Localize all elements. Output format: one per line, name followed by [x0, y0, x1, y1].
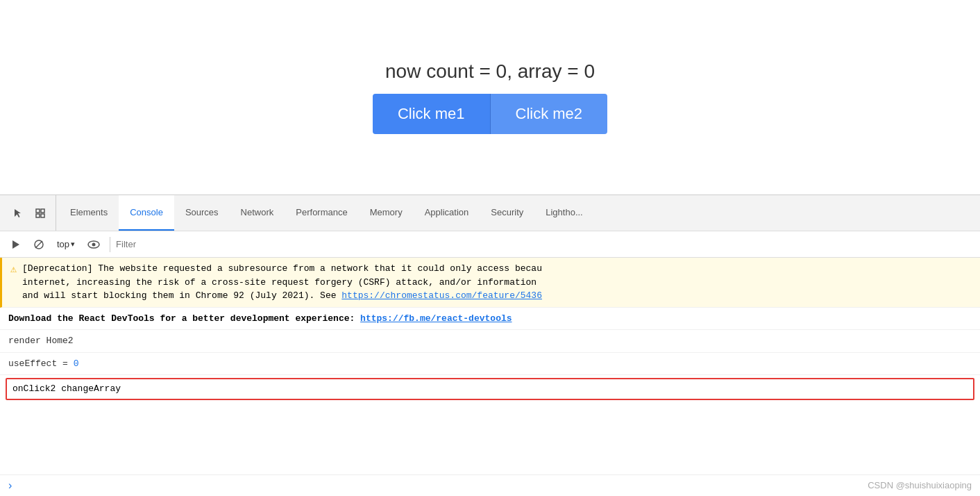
tab-security[interactable]: Security [480, 195, 534, 231]
count-display: now count = 0, array = 0 [385, 60, 595, 83]
react-devtools-link[interactable]: https://fb.me/react-devtools [360, 313, 512, 324]
watermark: CSDN @shuishuixiaoping [868, 480, 972, 490]
console-toolbar: top ▾ [0, 231, 980, 258]
use-effect-entry: useEffect = 0 [0, 353, 980, 376]
devtools-panel: Elements Console Sources Network Perform… [0, 195, 980, 496]
filter-input[interactable] [116, 239, 255, 249]
onclick2-change-array-entry: onClick2 changeArray [6, 378, 974, 400]
tab-elements[interactable]: Elements [59, 195, 119, 231]
tab-application[interactable]: Application [414, 195, 480, 231]
inspect-icon-button[interactable] [31, 204, 50, 223]
top-label: top [57, 239, 69, 249]
svg-line-6 [35, 241, 42, 248]
svg-marker-4 [12, 240, 19, 249]
deprecation-link[interactable]: https://chromestatus.com/feature/5436 [341, 290, 542, 301]
tab-sources[interactable]: Sources [174, 195, 230, 231]
tab-network[interactable]: Network [230, 195, 285, 231]
console-play-button[interactable] [6, 236, 25, 253]
tab-performance[interactable]: Performance [285, 195, 358, 231]
render-home2-entry: render Home2 [0, 330, 980, 353]
devtools-tab-bar: Elements Console Sources Network Perform… [0, 195, 980, 231]
react-devtools-text: Download the React DevTools for a better… [8, 312, 972, 326]
eye-icon-button[interactable] [83, 237, 104, 252]
top-context-selector[interactable]: top ▾ [53, 237, 79, 251]
devtools-icon-group [3, 195, 56, 231]
cursor-icon-button[interactable] [8, 204, 28, 223]
click-me2-button[interactable]: Click me2 [490, 94, 608, 134]
svg-point-8 [92, 242, 96, 246]
deprecation-warning-text: [Deprecation] The website requested a su… [22, 262, 972, 303]
chevron-down-icon: ▾ [71, 240, 75, 249]
deprecation-warning-entry: ⚠ [Deprecation] The website requested a … [0, 258, 980, 308]
tab-lighthouse[interactable]: Lighthо... [534, 195, 594, 231]
tab-console[interactable]: Console [119, 195, 174, 231]
react-devtools-entry: Download the React DevTools for a better… [0, 308, 980, 331]
svg-rect-0 [36, 209, 40, 213]
render-home2-text: render Home2 [8, 334, 972, 348]
svg-rect-2 [36, 214, 40, 217]
console-prompt-icon: › [8, 479, 12, 492]
console-block-button[interactable] [29, 236, 49, 253]
toolbar-divider [110, 237, 110, 252]
svg-rect-3 [41, 214, 44, 217]
svg-rect-1 [41, 209, 44, 213]
use-effect-value: 0 [74, 358, 79, 369]
warning-icon: ⚠ [10, 263, 17, 279]
buttons-row: Click me1 Click me2 [373, 94, 607, 134]
browser-content: now count = 0, array = 0 Click me1 Click… [0, 0, 980, 195]
console-input-row: › [0, 474, 980, 496]
click-me1-button[interactable]: Click me1 [373, 94, 490, 134]
console-log-area[interactable]: ⚠ [Deprecation] The website requested a … [0, 258, 980, 474]
onclick2-text: onClick2 changeArray [12, 382, 968, 396]
use-effect-text: useEffect = 0 [8, 357, 972, 371]
tab-memory[interactable]: Memory [359, 195, 414, 231]
